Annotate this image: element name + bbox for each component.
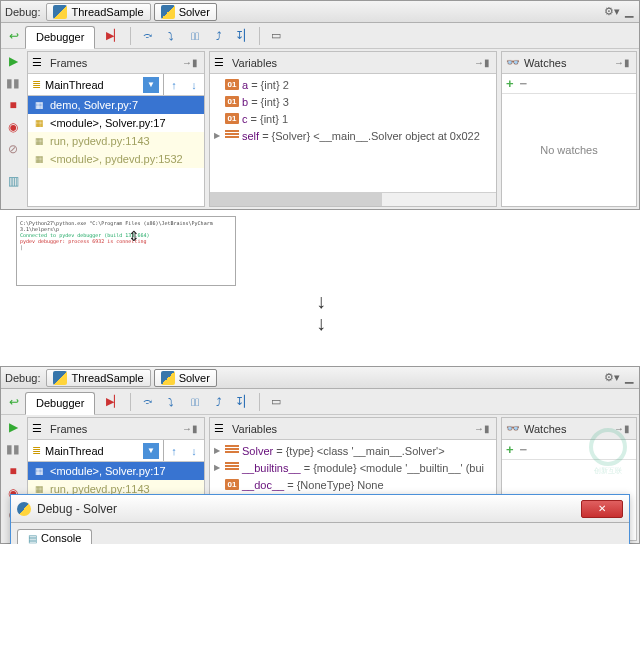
frames-header: ☰ Frames →▮	[28, 52, 204, 74]
console-tab[interactable]: ▤ Console	[17, 529, 92, 544]
object-icon	[225, 445, 239, 456]
next-frame-icon[interactable]: ↓	[184, 440, 204, 461]
frames-title: Frames	[50, 423, 180, 435]
watches-header: 👓 Watches →▮	[502, 52, 636, 74]
panel-menu-icon[interactable]: →▮	[180, 423, 200, 434]
h-scrollbar[interactable]	[210, 192, 496, 206]
variable-row[interactable]: 01b = {int} 3	[210, 93, 496, 110]
evaluate-expression-icon[interactable]: ▭	[265, 25, 287, 47]
variables-list[interactable]: 01a = {int} 2 01b = {int} 3 01c = {int} …	[210, 74, 496, 192]
variables-title: Variables	[232, 423, 472, 435]
variable-row[interactable]: ▶Solver = {type} <class '__main__.Solver…	[210, 442, 496, 459]
remove-watch-icon[interactable]: −	[520, 76, 528, 91]
hide-icon[interactable]: ▁	[623, 371, 635, 384]
add-watch-icon[interactable]: +	[506, 76, 514, 91]
next-frame-icon[interactable]: ↓	[184, 74, 204, 95]
restore-layout-icon[interactable]: ↩	[5, 27, 23, 45]
run-to-cursor-icon[interactable]: ↧▏	[232, 25, 254, 47]
pause-icon[interactable]: ▮▮	[4, 74, 22, 92]
prev-frame-icon[interactable]: ↑	[164, 74, 184, 95]
window-titlebar[interactable]: Debug - Solver ✕	[11, 495, 629, 523]
frame-row[interactable]: ▦<module>, Solver.py:17	[28, 462, 204, 480]
run-to-cursor-icon[interactable]: ↧▏	[232, 391, 254, 413]
resume-icon[interactable]: ▶	[4, 52, 22, 70]
console-thumbnail: C:\Python27\python.exe "C:\Program Files…	[16, 216, 236, 286]
debug-header: Debug: ThreadSample Solver ⚙▾ ▁	[1, 367, 639, 389]
frame-row[interactable]: ▦run, pydevd.py:1143	[28, 132, 204, 150]
stop-icon[interactable]: ■	[4, 96, 22, 114]
runconfig-threadsample[interactable]: ThreadSample	[46, 3, 150, 21]
prev-frame-icon[interactable]: ↑	[164, 440, 184, 461]
frame-row[interactable]: ▦<module>, pydevd.py:1532	[28, 150, 204, 168]
pause-icon[interactable]: ▮▮	[4, 440, 22, 458]
thread-icon: ≣	[32, 444, 41, 457]
step-out-icon[interactable]: ⤴	[208, 25, 230, 47]
watches-icon: 👓	[506, 422, 520, 436]
stop-icon[interactable]: ■	[4, 462, 22, 480]
frames-header: ☰ Frames →▮	[28, 418, 204, 440]
step-into-icon[interactable]: ⤵	[160, 391, 182, 413]
layout-icon[interactable]: ▥	[4, 172, 22, 190]
variable-row[interactable]: 01__doc__ = {NoneType} None	[210, 476, 496, 493]
step-into-icon[interactable]: ⤵	[160, 25, 182, 47]
frame-row[interactable]: ▦demo, Solver.py:7	[28, 96, 204, 114]
thread-icon: ≣	[32, 78, 41, 91]
variables-icon: ☰	[214, 422, 228, 436]
step-over-icon[interactable]: ⤼	[136, 391, 158, 413]
object-icon	[225, 130, 239, 141]
settings-icon[interactable]: ⚙▾	[601, 5, 623, 18]
step-into-mycode-icon[interactable]: ⤵̣	[184, 391, 206, 413]
variables-icon: ☰	[214, 56, 228, 70]
view-breakpoints-icon[interactable]: ◉	[4, 118, 22, 136]
frame-icon: ▦	[32, 116, 46, 130]
resize-cursor-icon: ⇕	[128, 228, 140, 244]
watches-icon: 👓	[506, 56, 520, 70]
runconfig-threadsample[interactable]: ThreadSample	[46, 369, 150, 387]
panel-menu-icon[interactable]: →▮	[472, 57, 492, 68]
debugger-tab[interactable]: Debugger	[25, 392, 95, 415]
close-button[interactable]: ✕	[581, 500, 623, 518]
frame-row[interactable]: ▦<module>, Solver.py:17	[28, 114, 204, 132]
expand-icon[interactable]: ▶	[212, 131, 222, 140]
frames-list[interactable]: ▦demo, Solver.py:7 ▦<module>, Solver.py:…	[28, 96, 204, 206]
add-watch-icon[interactable]: +	[506, 442, 514, 457]
step-over-icon[interactable]: ⤼	[136, 25, 158, 47]
thread-selector[interactable]: ≣ MainThread ▼	[28, 74, 164, 95]
debug-header: Debug: ThreadSample Solver ⚙▾ ▁	[1, 1, 639, 23]
thread-selector[interactable]: ≣ MainThread ▼	[28, 440, 164, 461]
variable-row[interactable]: ▶self = {Solver} <__main__.Solver object…	[210, 127, 496, 144]
show-execution-point-icon[interactable]: ▶▏	[103, 25, 125, 47]
panel-menu-icon[interactable]: →▮	[612, 57, 632, 68]
int-icon: 01	[225, 79, 239, 90]
remove-watch-icon[interactable]: −	[520, 442, 528, 457]
variable-row[interactable]: 01a = {int} 2	[210, 76, 496, 93]
step-out-icon[interactable]: ⤴	[208, 391, 230, 413]
resume-icon[interactable]: ▶	[4, 418, 22, 436]
hide-icon[interactable]: ▁	[623, 5, 635, 18]
debug-label: Debug:	[5, 6, 40, 18]
panel-menu-icon[interactable]: →▮	[472, 423, 492, 434]
settings-icon[interactable]: ⚙▾	[601, 371, 623, 384]
variable-row[interactable]: ▶__builtins__ = {module} <module '__buil…	[210, 459, 496, 476]
debugger-tab[interactable]: Debugger	[25, 26, 95, 49]
frames-title: Frames	[50, 57, 180, 69]
expand-icon[interactable]: ▶	[212, 463, 222, 472]
step-into-mycode-icon[interactable]: ⤵̣	[184, 25, 206, 47]
watermark: 创新互联	[580, 424, 636, 480]
evaluate-expression-icon[interactable]: ▭	[265, 391, 287, 413]
runconfig-solver[interactable]: Solver	[154, 3, 217, 21]
show-execution-point-icon[interactable]: ▶▏	[103, 391, 125, 413]
expand-icon[interactable]: ▶	[212, 446, 222, 455]
console-icon: ▤	[28, 533, 37, 544]
mute-breakpoints-icon[interactable]: ⊘	[4, 140, 22, 158]
restore-layout-icon[interactable]: ↩	[5, 393, 23, 411]
watches-empty-text: No watches	[502, 94, 636, 206]
dropdown-caret-icon: ▼	[143, 443, 159, 459]
runconfig-solver[interactable]: Solver	[154, 369, 217, 387]
debug-console-window: Debug - Solver ✕ ▤ Console C:\Python27\p…	[10, 494, 630, 544]
debugger-toolbar: ↩ Debugger ▶▏ ⤼ ⤵ ⤵̣ ⤴ ↧▏ ▭	[1, 389, 639, 415]
variable-row[interactable]: 01c = {int} 1	[210, 110, 496, 127]
watches-title: Watches	[524, 57, 612, 69]
panel-menu-icon[interactable]: →▮	[180, 57, 200, 68]
arrow-down-icon: ↓	[316, 312, 326, 335]
